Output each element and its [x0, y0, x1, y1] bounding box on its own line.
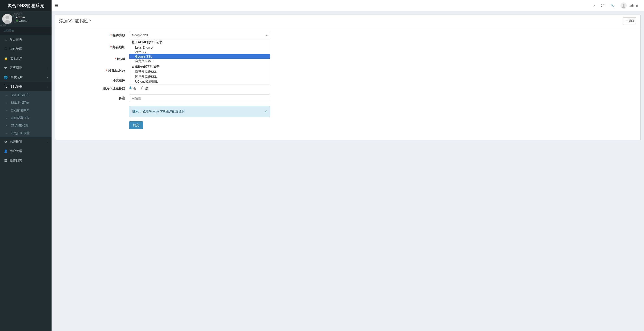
chevron-left-icon: ‹ — [47, 66, 48, 69]
ssl-submenu: ○SSL证书账户 ○SSL证书订单 ○自动部署账户 ○自动部署任务 ○CNAME… — [0, 91, 52, 137]
proxy-radio-no[interactable]: 否 — [129, 86, 136, 90]
option-google-ssl[interactable]: Google SSL — [129, 54, 270, 59]
remark-input[interactable] — [129, 94, 270, 102]
svg-point-1 — [4, 20, 10, 24]
sidebar-item-disaster[interactable]: ❤容灾切换‹ — [0, 63, 52, 72]
account-type-label: 账户类型 — [60, 33, 129, 38]
sidebar-item-deploy-account[interactable]: ○自动部署账户 — [0, 107, 52, 114]
sidebar-item-ssl-order[interactable]: ○SSL证书订单 — [0, 99, 52, 107]
option-letsencrypt[interactable]: Let's Encrypt — [129, 45, 270, 50]
sidebar-item-sys-settings[interactable]: ⚙系统设置‹ — [0, 137, 52, 146]
circle-icon: ○ — [4, 117, 9, 119]
circle-icon: ○ — [4, 124, 9, 127]
remark-label: 备注 — [60, 96, 129, 100]
proxy-radio-yes[interactable]: 是 — [141, 86, 148, 90]
env-label: 环境选择 — [60, 78, 129, 82]
status-dot-icon — [16, 19, 18, 22]
tip-alert: 提示： 查看Google SSL账户配置说明 × — [129, 106, 270, 117]
option-ucloud-ssl[interactable]: UCloud免费SSL — [129, 79, 270, 84]
alert-close-button[interactable]: × — [264, 109, 267, 114]
proxy-label: 使用代理服务器 — [60, 86, 129, 90]
option-zerossl[interactable]: ZeroSSL — [129, 50, 270, 54]
heart-icon: ❤ — [3, 66, 8, 70]
form-panel: 添加SSL证书账户 ↩ 返回 账户类型 Google SSL ⌄ 基于ACME的… — [55, 14, 641, 140]
sidebar: 聚合DNS管理系统 全能综合资源站 douyouvip.com admin On… — [0, 0, 52, 331]
option-aliyun-ssl[interactable]: 阿里云免费SSL — [129, 74, 270, 79]
topbar-avatar — [620, 2, 627, 9]
tip-link[interactable]: 查看Google SSL账户配置说明 — [143, 109, 185, 113]
home-icon: ⌂ — [3, 38, 8, 41]
nav-header: 功能导航 — [0, 27, 52, 35]
nav-menu: ⌂后台首页 ☰域名管理 🔒域名账户 ❤容灾切换‹ 🌐CF优选IP‹ 🛡SSL证书… — [0, 35, 52, 165]
globe-icon: 🌐 — [3, 75, 8, 79]
optgroup-acme: 基于ACME的SSL证书 — [129, 39, 270, 45]
keyid-label: keyId — [60, 57, 129, 61]
list-icon: ☰ — [3, 47, 8, 51]
optgroup-cloud: 云服务商的SSL证书 — [129, 64, 270, 69]
home-icon[interactable]: ⌂ — [593, 4, 596, 7]
account-type-dropdown: 基于ACME的SSL证书 Let's Encrypt ZeroSSL Googl… — [129, 39, 270, 84]
sidebar-item-domain-mgmt[interactable]: ☰域名管理 — [0, 44, 52, 54]
brand-logo[interactable]: 聚合DNS管理系统 — [0, 0, 52, 11]
lock-icon: 🔒 — [3, 57, 8, 60]
user-name: admin — [16, 15, 27, 19]
shield-icon: 🛡 — [4, 85, 8, 88]
user-avatar[interactable] — [2, 14, 12, 24]
sidebar-toggle-button[interactable]: ☰ — [55, 3, 58, 8]
sidebar-item-op-log[interactable]: ☰操作日志 — [0, 156, 52, 165]
sidebar-item-dashboard[interactable]: ⌂后台首页 — [0, 35, 52, 44]
back-button[interactable]: ↩ 返回 — [623, 17, 636, 24]
svg-point-2 — [623, 4, 624, 6]
wrench-icon[interactable]: 🔧 — [610, 3, 615, 7]
user-icon: 👤 — [3, 149, 8, 153]
circle-icon: ○ — [4, 109, 9, 112]
chevron-left-icon: ‹ — [47, 140, 48, 143]
submit-button[interactable]: 提交 — [129, 121, 143, 129]
sidebar-item-user-mgmt[interactable]: 👤用户管理 — [0, 146, 52, 156]
user-status: Online — [16, 19, 27, 22]
sidebar-item-cname-proxy[interactable]: ○CNAME代理 — [0, 122, 52, 129]
cogs-icon: ⚙ — [3, 140, 8, 144]
sidebar-item-ssl-account[interactable]: ○SSL证书账户 — [0, 91, 52, 99]
tip-prefix: 提示： — [132, 109, 142, 113]
sidebar-item-domain-account[interactable]: 🔒域名账户 — [0, 54, 52, 63]
user-panel: 全能综合资源站 douyouvip.com admin Online — [0, 11, 52, 27]
circle-icon: ○ — [4, 94, 9, 96]
account-type-select[interactable]: Google SSL — [129, 32, 270, 39]
reply-icon: ↩ — [626, 19, 628, 23]
fullscreen-icon[interactable]: ⛶ — [601, 4, 604, 7]
topbar-username: admin — [630, 4, 638, 7]
sidebar-item-cf-ip[interactable]: 🌐CF优选IP‹ — [0, 72, 52, 82]
svg-point-0 — [6, 16, 9, 19]
panel-title: 添加SSL证书账户 — [59, 18, 91, 24]
topbar: ☰ ⌂ ⛶ 🔧 admin — [52, 0, 644, 11]
topbar-user-menu[interactable]: admin — [620, 2, 638, 9]
option-custom-acme[interactable]: 自定义ACME — [129, 59, 270, 64]
email-label: 邮箱地址 — [60, 45, 129, 49]
mackey-label: b64MacKey — [60, 69, 129, 72]
option-tencent-ssl[interactable]: 腾讯云免费SSL — [129, 69, 270, 74]
main-content: ☰ ⌂ ⛶ 🔧 admin 添加SSL证书账户 ↩ 返回 — [52, 0, 644, 331]
sidebar-item-ssl-cert[interactable]: 🛡SSL证书⌄ — [0, 82, 52, 91]
circle-icon: ○ — [4, 132, 9, 135]
sidebar-item-deploy-task[interactable]: ○自动部署任务 — [0, 114, 52, 122]
sidebar-item-cron[interactable]: ○计划任务设置 — [0, 129, 52, 137]
svg-point-3 — [622, 6, 625, 8]
chevron-left-icon: ‹ — [47, 76, 48, 79]
circle-icon: ○ — [4, 102, 9, 104]
chevron-down-icon: ⌄ — [46, 85, 48, 88]
list-icon: ☰ — [3, 159, 8, 162]
